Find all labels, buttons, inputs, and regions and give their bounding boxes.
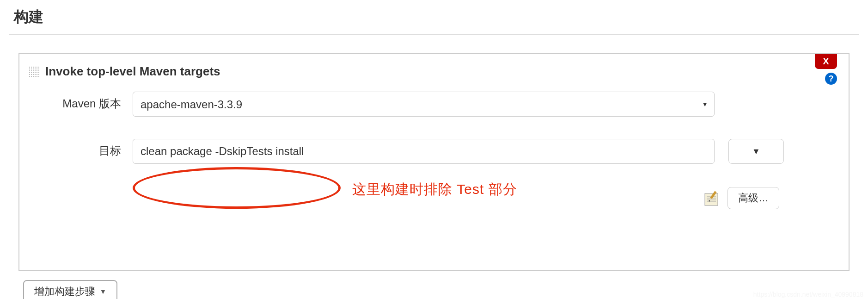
maven-version-select[interactable]: apache-maven-3.3.9 <box>133 92 715 117</box>
maven-version-row: Maven 版本 apache-maven-3.3.9 ▼ <box>19 83 849 125</box>
add-build-step-label: 增加构建步骤 <box>34 285 95 299</box>
goals-label: 目标 <box>29 139 133 158</box>
advanced-button[interactable]: 高级… <box>727 187 779 209</box>
expand-button[interactable]: ▼ <box>728 139 784 164</box>
notepad-icon <box>702 189 721 207</box>
maven-version-label: Maven 版本 <box>29 92 133 111</box>
goals-input-wrapper <box>133 139 715 164</box>
add-build-step-button[interactable]: 增加构建步骤 ▼ <box>23 280 117 299</box>
advanced-row: 高级… <box>19 168 849 218</box>
chevron-down-icon: ▼ <box>100 288 106 295</box>
maven-version-select-wrapper: apache-maven-3.3.9 ▼ <box>133 92 715 117</box>
triangle-down-icon: ▼ <box>752 147 760 156</box>
svg-rect-0 <box>705 193 718 206</box>
panel-title: Invoke top-level Maven targets <box>45 64 220 79</box>
panel-header: Invoke top-level Maven targets <box>19 54 849 83</box>
goals-input[interactable] <box>133 139 715 164</box>
drag-handle-icon[interactable] <box>29 66 40 77</box>
section-divider <box>9 34 859 35</box>
watermark: https://blog.csdn.net/weixin_40990818 <box>753 291 863 298</box>
build-step-panel: X ? Invoke top-level Maven targets Maven… <box>18 53 850 271</box>
section-title: 构建 <box>0 0 868 32</box>
goals-row: 目标 ▼ <box>19 125 849 168</box>
